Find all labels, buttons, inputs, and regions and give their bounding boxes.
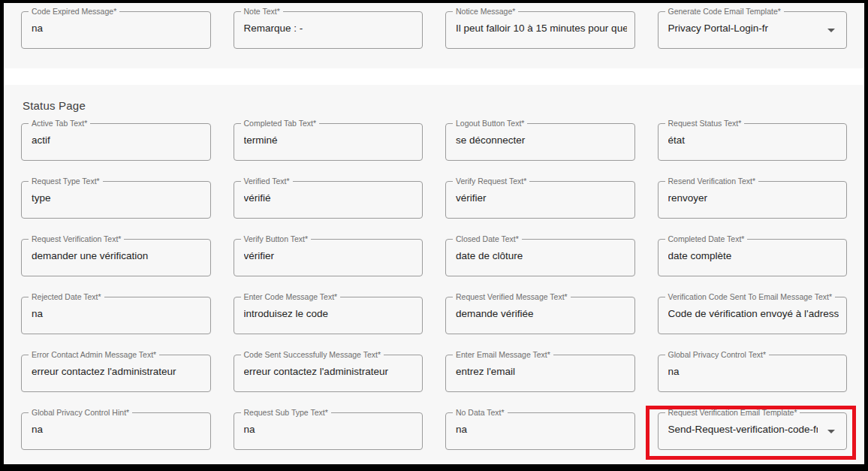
field-label: Rejected Date Text*: [29, 292, 104, 302]
field-verification-code-sent-to-email-message-text[interactable]: Verification Code Sent To Email Message …: [658, 297, 848, 334]
field-value: vérifié: [244, 192, 415, 204]
field-verify-request-text[interactable]: Verify Request Text* vérifier: [445, 181, 635, 219]
status-page-section-title: Status Page: [23, 99, 847, 112]
field-label: Logout Button Text*: [453, 119, 527, 128]
field-label: Enter Code Message Text*: [241, 292, 341, 302]
field-verified-text[interactable]: Verified Text* vérifié: [234, 181, 423, 219]
field-request-status-text[interactable]: Request Status Text* état: [658, 123, 848, 161]
field-enter-email-message-text[interactable]: Enter Email Message Text* entrez l'email: [445, 355, 635, 392]
field-value: erreur contactez l'administrateur: [32, 366, 203, 377]
status-field-grid: Active Tab Text* actif Completed Tab Tex…: [21, 123, 847, 450]
field-label: Request Verification Email Template*: [665, 408, 800, 418]
section-gap: [4, 68, 864, 85]
field-completed-tab-text[interactable]: Completed Tab Text* terminé: [234, 123, 423, 161]
field-value: na: [244, 424, 415, 435]
field-logout-button-text[interactable]: Logout Button Text* se déconnecter: [445, 123, 635, 161]
field-value: date complète: [668, 250, 839, 261]
field-value: erreur contactez l'administrateur: [244, 366, 415, 377]
field-request-verification-email-template[interactable]: Request Verification Email Template* Sen…: [658, 412, 848, 450]
field-value: na: [456, 424, 627, 435]
field-value: Il peut falloir 10 à 15 minutes pour que…: [456, 23, 627, 34]
field-value: état: [668, 134, 839, 146]
field-value: date de clôture: [456, 250, 627, 261]
field-value: na: [32, 23, 203, 34]
field-label: Note Text*: [241, 7, 283, 17]
field-label: Completed Date Text*: [665, 234, 748, 244]
field-request-verification-text[interactable]: Request Verification Text* demander une …: [21, 239, 211, 276]
field-label: Resend Verification Text*: [665, 177, 759, 186]
field-value: na: [32, 424, 203, 435]
field-value: na: [32, 308, 203, 319]
field-value: vérifier: [456, 192, 627, 204]
field-request-verified-message-text[interactable]: Request Verified Message Text* demande v…: [445, 297, 635, 334]
field-global-privacy-control-hint[interactable]: Global Privacy Control Hint* na: [21, 412, 211, 450]
field-label: Verify Button Text*: [241, 234, 312, 244]
field-label: Code Expired Message*: [29, 7, 119, 17]
field-value: Send-Request-verification-code-fr: [668, 424, 818, 435]
field-value: se déconnecter: [456, 134, 627, 146]
form-section-top: Code Expired Message* na Note Text* Rema…: [4, 3, 864, 68]
field-notice-message[interactable]: Notice Message* Il peut falloir 10 à 15 …: [445, 11, 635, 49]
field-label: No Data Text*: [453, 408, 508, 418]
field-label: Generate Code Email Template*: [665, 7, 784, 17]
screenshot-frame: Code Expired Message* na Note Text* Rema…: [0, 0, 868, 471]
field-value: na: [668, 366, 839, 377]
field-label: Notice Message*: [453, 7, 518, 17]
field-request-sub-type-text[interactable]: Request Sub Type Text* na: [234, 412, 423, 450]
field-global-privacy-control-text[interactable]: Global Privacy Control Text* na: [658, 355, 848, 392]
field-value: Code de vérification envoyé à l'adresse …: [668, 308, 839, 319]
dropdown-arrow-icon[interactable]: [827, 430, 835, 433]
field-label: Request Status Text*: [665, 119, 745, 128]
field-value: introduisez le code: [244, 308, 415, 319]
field-label: Request Verified Message Text*: [453, 292, 571, 302]
field-closed-date-text[interactable]: Closed Date Text* date de clôture: [445, 239, 635, 276]
field-generate-code-email-template[interactable]: Generate Code Email Template* Privacy Po…: [658, 11, 848, 49]
field-no-data-text[interactable]: No Data Text* na: [445, 412, 635, 450]
top-field-grid: Code Expired Message* na Note Text* Rema…: [21, 11, 847, 49]
field-label: Verify Request Text*: [453, 177, 529, 186]
field-completed-date-text[interactable]: Completed Date Text* date complète: [658, 239, 848, 276]
field-value: Remarque : -: [244, 23, 415, 34]
field-label: Enter Email Message Text*: [453, 350, 553, 360]
form-section-status-page: Status Page Active Tab Text* actif Compl…: [4, 85, 864, 468]
field-code-expired-message[interactable]: Code Expired Message* na: [21, 11, 211, 49]
field-note-text[interactable]: Note Text* Remarque : -: [234, 11, 423, 49]
field-label: Request Verification Text*: [29, 234, 124, 244]
field-value: actif: [32, 134, 203, 146]
field-code-sent-successfully-message-text[interactable]: Code Sent Successfully Message Text* err…: [234, 355, 423, 392]
field-value: renvoyer: [668, 192, 839, 204]
field-value: vérifier: [244, 250, 415, 261]
field-value: entrez l'email: [456, 366, 627, 377]
field-request-type-text[interactable]: Request Type Text* type: [21, 181, 211, 219]
field-value: type: [32, 192, 203, 204]
field-rejected-date-text[interactable]: Rejected Date Text* na: [21, 297, 211, 334]
field-label: Global Privacy Control Hint*: [29, 408, 132, 418]
field-label: Request Sub Type Text*: [241, 408, 331, 418]
field-resend-verification-text[interactable]: Resend Verification Text* renvoyer: [658, 181, 848, 219]
field-label: Code Sent Successfully Message Text*: [241, 350, 384, 360]
field-value: terminé: [244, 134, 415, 146]
field-enter-code-message-text[interactable]: Enter Code Message Text* introduisez le …: [234, 297, 423, 334]
field-label: Completed Tab Text*: [241, 119, 320, 128]
field-label: Closed Date Text*: [453, 234, 522, 244]
field-active-tab-text[interactable]: Active Tab Text* actif: [21, 123, 211, 161]
field-verify-button-text[interactable]: Verify Button Text* vérifier: [234, 239, 423, 276]
field-value: Privacy Portal-Login-fr: [668, 23, 818, 34]
field-error-contact-admin-message-text[interactable]: Error Contact Admin Message Text* erreur…: [21, 355, 211, 392]
dropdown-arrow-icon[interactable]: [827, 29, 835, 32]
field-label: Global Privacy Control Text*: [665, 350, 770, 360]
field-label: Verified Text*: [241, 177, 293, 186]
field-value: demande vérifiée: [456, 308, 627, 319]
field-value: demander une vérification: [32, 250, 203, 261]
field-label: Active Tab Text*: [29, 119, 90, 128]
field-label: Request Type Text*: [29, 177, 103, 186]
field-label: Error Contact Admin Message Text*: [29, 350, 159, 360]
field-label: Verification Code Sent To Email Message …: [665, 292, 835, 302]
